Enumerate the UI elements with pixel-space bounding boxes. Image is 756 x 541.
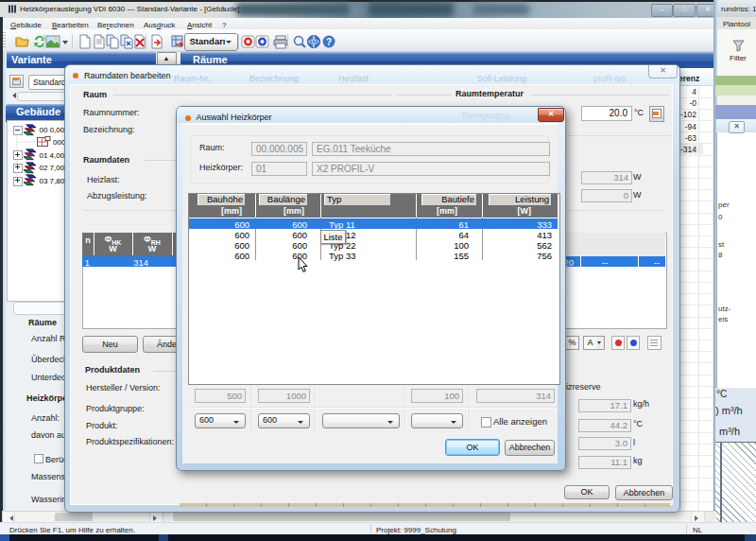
svg-text:?: ? xyxy=(326,37,332,47)
